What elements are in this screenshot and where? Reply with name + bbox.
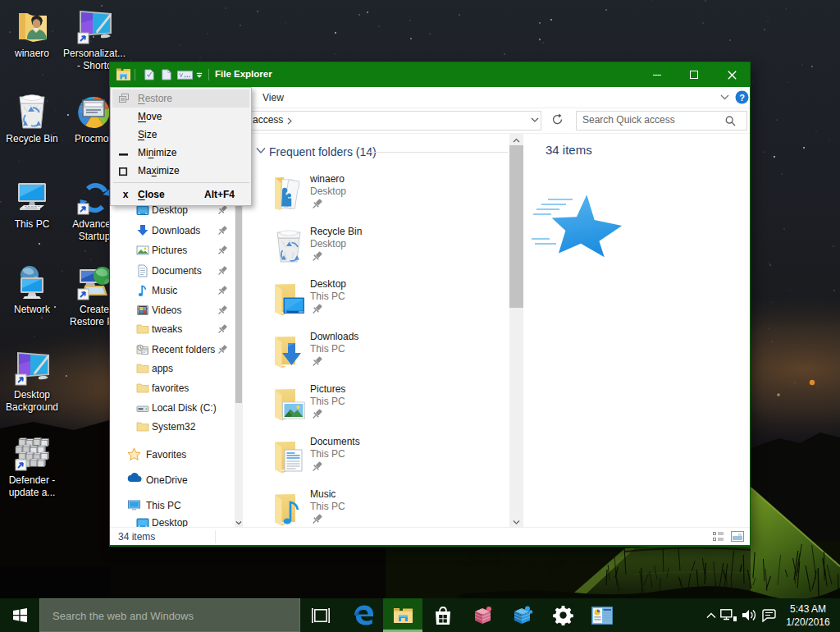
svg-text:?: ? bbox=[739, 93, 745, 103]
